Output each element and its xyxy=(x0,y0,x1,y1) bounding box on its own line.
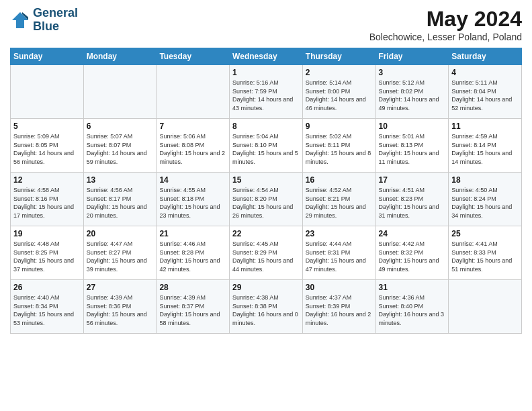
month-title: May 2024 xyxy=(369,7,522,32)
cell-4-1: 27Sunrise: 4:39 AMSunset: 8:36 PMDayligh… xyxy=(83,280,157,334)
col-monday: Monday xyxy=(83,48,157,65)
day-info-0-6: Sunrise: 5:11 AMSunset: 8:04 PMDaylight:… xyxy=(451,79,519,112)
cell-0-2 xyxy=(157,65,230,119)
day-info-1-0: Sunrise: 5:09 AMSunset: 8:05 PMDaylight:… xyxy=(13,132,81,166)
cell-3-3: 22Sunrise: 4:45 AMSunset: 8:29 PMDayligh… xyxy=(230,226,303,280)
logo-icon xyxy=(10,10,30,30)
day-info-2-1: Sunrise: 4:56 AMSunset: 8:17 PMDaylight:… xyxy=(87,186,154,220)
day-info-1-2: Sunrise: 5:06 AMSunset: 8:08 PMDaylight:… xyxy=(159,132,226,166)
day-info-1-6: Sunrise: 4:59 AMSunset: 8:14 PMDaylight:… xyxy=(451,132,519,166)
cell-2-5: 17Sunrise: 4:51 AMSunset: 8:23 PMDayligh… xyxy=(375,173,449,226)
day-number-1-0: 5 xyxy=(13,122,81,131)
cell-4-3: 29Sunrise: 4:38 AMSunset: 8:38 PMDayligh… xyxy=(230,280,303,334)
col-saturday: Saturday xyxy=(449,48,522,65)
cell-0-5: 3Sunrise: 5:12 AMSunset: 8:02 PMDaylight… xyxy=(375,65,449,119)
day-number-2-5: 17 xyxy=(379,175,446,185)
day-number-3-3: 22 xyxy=(232,229,300,238)
calendar-table: Sunday Monday Tuesday Wednesday Thursday… xyxy=(10,48,522,334)
day-number-3-6: 25 xyxy=(451,229,519,238)
day-number-2-4: 16 xyxy=(306,175,373,185)
cell-1-6: 11Sunrise: 4:59 AMSunset: 8:14 PMDayligh… xyxy=(449,119,522,173)
cell-1-2: 7Sunrise: 5:06 AMSunset: 8:08 PMDaylight… xyxy=(157,119,230,173)
day-number-3-1: 20 xyxy=(87,229,154,238)
day-info-2-2: Sunrise: 4:55 AMSunset: 8:18 PMDaylight:… xyxy=(159,186,226,220)
col-sunday: Sunday xyxy=(11,48,84,65)
day-info-0-4: Sunrise: 5:14 AMSunset: 8:00 PMDaylight:… xyxy=(306,79,373,112)
page: General Blue May 2024 Bolechowice, Lesse… xyxy=(0,0,532,411)
day-number-2-2: 14 xyxy=(159,175,226,185)
cell-3-5: 24Sunrise: 4:42 AMSunset: 8:32 PMDayligh… xyxy=(375,226,449,280)
col-tuesday: Tuesday xyxy=(157,48,230,65)
day-info-0-5: Sunrise: 5:12 AMSunset: 8:02 PMDaylight:… xyxy=(379,79,446,112)
day-number-0-4: 2 xyxy=(306,68,373,77)
day-number-1-5: 10 xyxy=(379,122,446,131)
svg-marker-0 xyxy=(12,12,28,28)
day-number-4-0: 26 xyxy=(13,283,81,292)
week-row-3: 19Sunrise: 4:48 AMSunset: 8:25 PMDayligh… xyxy=(11,226,522,280)
day-number-1-6: 11 xyxy=(451,122,519,131)
day-info-1-5: Sunrise: 5:01 AMSunset: 8:13 PMDaylight:… xyxy=(379,132,446,166)
day-number-1-4: 9 xyxy=(306,122,373,131)
logo-line2: Blue xyxy=(33,20,78,34)
cell-0-3: 1Sunrise: 5:16 AMSunset: 7:59 PMDaylight… xyxy=(230,65,303,119)
day-info-3-0: Sunrise: 4:48 AMSunset: 8:25 PMDaylight:… xyxy=(13,240,81,273)
cell-4-5: 31Sunrise: 4:36 AMSunset: 8:40 PMDayligh… xyxy=(375,280,449,334)
day-info-3-1: Sunrise: 4:47 AMSunset: 8:27 PMDaylight:… xyxy=(87,240,154,273)
cell-3-4: 23Sunrise: 4:44 AMSunset: 8:31 PMDayligh… xyxy=(302,226,375,280)
day-info-1-4: Sunrise: 5:02 AMSunset: 8:11 PMDaylight:… xyxy=(306,132,373,166)
cell-0-6: 4Sunrise: 5:11 AMSunset: 8:04 PMDaylight… xyxy=(449,65,522,119)
calendar-header: Sunday Monday Tuesday Wednesday Thursday… xyxy=(11,48,522,65)
day-info-2-0: Sunrise: 4:58 AMSunset: 8:16 PMDaylight:… xyxy=(13,186,81,220)
day-number-4-4: 30 xyxy=(306,283,373,292)
day-info-4-3: Sunrise: 4:38 AMSunset: 8:38 PMDaylight:… xyxy=(232,293,300,327)
cell-3-2: 21Sunrise: 4:46 AMSunset: 8:28 PMDayligh… xyxy=(157,226,230,280)
title-block: May 2024 Bolechowice, Lesser Poland, Pol… xyxy=(369,7,522,42)
day-info-2-4: Sunrise: 4:52 AMSunset: 8:21 PMDaylight:… xyxy=(306,186,373,220)
day-number-1-1: 6 xyxy=(87,122,154,131)
day-number-4-3: 29 xyxy=(232,283,300,292)
day-info-2-6: Sunrise: 4:50 AMSunset: 8:24 PMDaylight:… xyxy=(451,186,519,220)
day-number-2-6: 18 xyxy=(451,175,519,185)
col-friday: Friday xyxy=(375,48,449,65)
cell-1-5: 10Sunrise: 5:01 AMSunset: 8:13 PMDayligh… xyxy=(375,119,449,173)
cell-1-3: 8Sunrise: 5:04 AMSunset: 8:10 PMDaylight… xyxy=(230,119,303,173)
day-number-2-1: 13 xyxy=(87,175,154,185)
cell-4-6 xyxy=(449,280,522,334)
col-thursday: Thursday xyxy=(302,48,375,65)
day-info-4-0: Sunrise: 4:40 AMSunset: 8:34 PMDaylight:… xyxy=(13,293,81,327)
day-info-0-3: Sunrise: 5:16 AMSunset: 7:59 PMDaylight:… xyxy=(232,79,300,112)
logo: General Blue xyxy=(10,7,78,34)
cell-4-0: 26Sunrise: 4:40 AMSunset: 8:34 PMDayligh… xyxy=(11,280,84,334)
week-row-4: 26Sunrise: 4:40 AMSunset: 8:34 PMDayligh… xyxy=(11,280,522,334)
day-number-3-4: 23 xyxy=(306,229,373,238)
cell-1-4: 9Sunrise: 5:02 AMSunset: 8:11 PMDaylight… xyxy=(302,119,375,173)
cell-4-4: 30Sunrise: 4:37 AMSunset: 8:39 PMDayligh… xyxy=(302,280,375,334)
calendar-body: 1Sunrise: 5:16 AMSunset: 7:59 PMDaylight… xyxy=(11,65,522,334)
cell-1-1: 6Sunrise: 5:07 AMSunset: 8:07 PMDaylight… xyxy=(83,119,157,173)
day-number-3-0: 19 xyxy=(13,229,81,238)
day-info-2-3: Sunrise: 4:54 AMSunset: 8:20 PMDaylight:… xyxy=(232,186,300,220)
logo-line1: General xyxy=(33,7,78,20)
header-row: Sunday Monday Tuesday Wednesday Thursday… xyxy=(11,48,522,65)
day-info-3-4: Sunrise: 4:44 AMSunset: 8:31 PMDaylight:… xyxy=(306,240,373,273)
day-info-2-5: Sunrise: 4:51 AMSunset: 8:23 PMDaylight:… xyxy=(379,186,446,220)
cell-3-6: 25Sunrise: 4:41 AMSunset: 8:33 PMDayligh… xyxy=(449,226,522,280)
cell-2-3: 15Sunrise: 4:54 AMSunset: 8:20 PMDayligh… xyxy=(230,173,303,226)
week-row-2: 12Sunrise: 4:58 AMSunset: 8:16 PMDayligh… xyxy=(11,173,522,226)
cell-3-0: 19Sunrise: 4:48 AMSunset: 8:25 PMDayligh… xyxy=(11,226,84,280)
day-number-0-5: 3 xyxy=(379,68,446,77)
cell-3-1: 20Sunrise: 4:47 AMSunset: 8:27 PMDayligh… xyxy=(83,226,157,280)
day-number-0-6: 4 xyxy=(451,68,519,77)
day-number-3-5: 24 xyxy=(379,229,446,238)
day-number-0-3: 1 xyxy=(232,68,300,77)
day-number-4-2: 28 xyxy=(159,283,226,292)
cell-2-0: 12Sunrise: 4:58 AMSunset: 8:16 PMDayligh… xyxy=(11,173,84,226)
cell-4-2: 28Sunrise: 4:39 AMSunset: 8:37 PMDayligh… xyxy=(157,280,230,334)
day-info-4-2: Sunrise: 4:39 AMSunset: 8:37 PMDaylight:… xyxy=(159,293,226,327)
cell-0-4: 2Sunrise: 5:14 AMSunset: 8:00 PMDaylight… xyxy=(302,65,375,119)
day-info-3-5: Sunrise: 4:42 AMSunset: 8:32 PMDaylight:… xyxy=(379,240,446,273)
day-info-3-6: Sunrise: 4:41 AMSunset: 8:33 PMDaylight:… xyxy=(451,240,519,273)
day-number-4-1: 27 xyxy=(87,283,154,292)
day-info-4-5: Sunrise: 4:36 AMSunset: 8:40 PMDaylight:… xyxy=(379,293,446,327)
week-row-1: 5Sunrise: 5:09 AMSunset: 8:05 PMDaylight… xyxy=(11,119,522,173)
